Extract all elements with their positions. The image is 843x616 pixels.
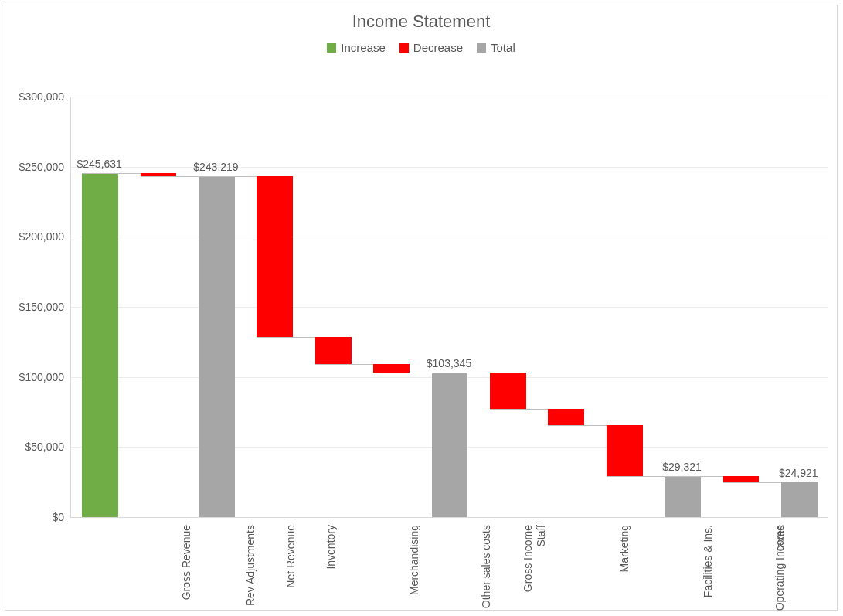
- x-axis-category-label: Marketing: [618, 525, 631, 572]
- swatch-increase-icon: [327, 43, 336, 53]
- bar-increase: [82, 173, 118, 517]
- bar-decrease: [257, 176, 293, 337]
- x-axis-category-label: Taxes: [774, 525, 787, 553]
- bar-decrease: [490, 373, 526, 410]
- y-axis-tick-label: $200,000: [5, 230, 64, 243]
- y-axis-tick-label: $250,000: [5, 161, 64, 173]
- chart-title: Income Statement: [5, 12, 837, 32]
- chart-legend: Increase Decrease Total: [5, 41, 837, 54]
- x-axis-category-label: Staff: [535, 525, 547, 547]
- legend-item-increase: Increase: [327, 41, 386, 54]
- x-axis-category-label: Merchandising: [408, 525, 420, 595]
- x-axis-category-label: Other sales costs: [480, 525, 492, 608]
- y-axis-tick-label: $300,000: [5, 90, 64, 103]
- x-axis-category-label: Gross Revenue: [180, 525, 192, 600]
- swatch-decrease-icon: [399, 43, 409, 53]
- bar-total: [665, 476, 701, 517]
- gridline: [71, 97, 828, 97]
- legend-label-decrease: Decrease: [413, 41, 463, 54]
- y-axis-tick-label: $50,000: [5, 441, 64, 453]
- swatch-total-icon: [477, 43, 486, 53]
- y-axis-tick-label: $0: [5, 511, 64, 523]
- gridline: [71, 167, 828, 168]
- chart-frame: Income Statement Increase Decrease Total…: [5, 5, 838, 611]
- plot-area: [70, 97, 828, 518]
- x-axis-category-label: Facilities & Ins.: [702, 525, 714, 597]
- data-label: $243,219: [193, 161, 238, 173]
- bar-decrease: [723, 476, 760, 482]
- x-axis-category-label: Rev Adjustments: [244, 525, 257, 606]
- bar-total: [432, 373, 468, 517]
- bar-decrease: [315, 337, 352, 363]
- x-axis-category-label: Inventory: [324, 525, 336, 570]
- gridline: [71, 237, 828, 237]
- data-label: $29,321: [662, 461, 702, 473]
- y-axis-tick-label: $100,000: [5, 371, 64, 383]
- data-label: $24,921: [779, 467, 818, 479]
- y-axis-tick-label: $150,000: [5, 301, 64, 313]
- data-label: $103,345: [427, 357, 471, 369]
- bar-total: [781, 482, 818, 517]
- legend-label-total: Total: [491, 41, 515, 54]
- x-axis-category-label: Gross Income: [522, 525, 534, 592]
- legend-label-increase: Increase: [341, 41, 386, 54]
- legend-item-decrease: Decrease: [399, 41, 463, 54]
- bar-decrease: [548, 409, 584, 425]
- bar-decrease: [607, 425, 643, 476]
- legend-item-total: Total: [477, 41, 515, 54]
- bar-decrease: [373, 364, 410, 373]
- bar-total: [199, 176, 235, 517]
- data-label: $245,631: [76, 158, 121, 170]
- x-axis-category-label: Net Revenue: [284, 525, 297, 588]
- gridline: [71, 307, 828, 308]
